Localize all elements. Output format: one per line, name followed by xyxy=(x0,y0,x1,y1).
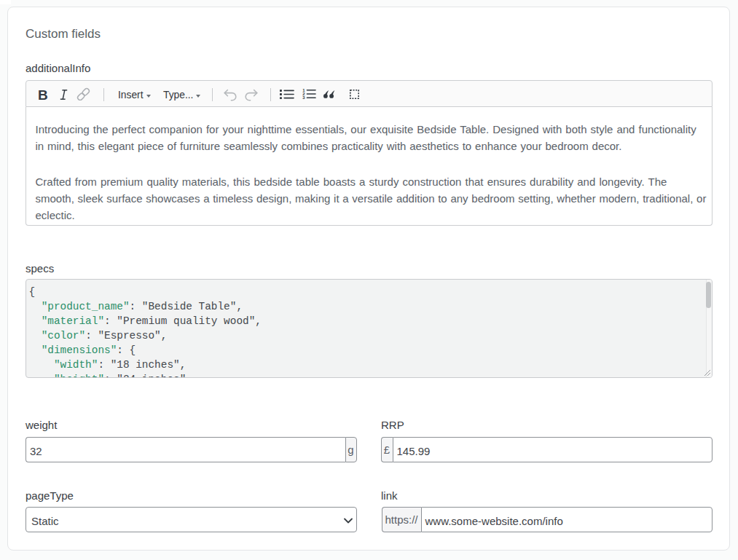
svg-text:3: 3 xyxy=(302,95,305,99)
